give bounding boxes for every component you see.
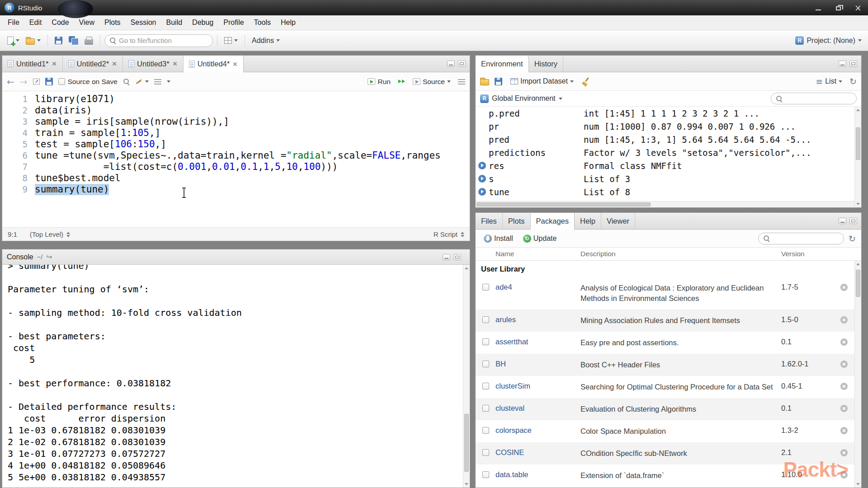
import-dataset-button[interactable]: Import Dataset (508, 75, 576, 87)
save-icon[interactable] (45, 78, 53, 85)
column-version[interactable]: Version (781, 250, 833, 258)
packages-scrollbar[interactable] (854, 261, 861, 488)
package-name-link[interactable]: COSINE (495, 448, 580, 457)
save-all-button[interactable] (66, 34, 81, 47)
print-button[interactable] (82, 35, 96, 47)
menu-item[interactable]: Plots (99, 15, 126, 30)
package-checkbox[interactable] (482, 405, 489, 412)
maximize-button[interactable] (828, 0, 848, 15)
package-name-link[interactable]: arules (495, 315, 580, 324)
tab-close-icon[interactable] (232, 61, 238, 67)
pane-tab[interactable]: Help (575, 213, 601, 229)
pane-layout-button[interactable] (222, 35, 241, 46)
console-output[interactable]: > summary(tune) Parameter tuning of ‘svm… (2, 265, 470, 488)
source-tab[interactable]: Untitled1* (2, 56, 63, 72)
menu-item[interactable]: Session (126, 15, 161, 30)
package-name-link[interactable]: colorspace (495, 426, 580, 435)
scrollbar-thumb[interactable] (476, 202, 651, 206)
refresh-icon[interactable]: ↻ (849, 76, 857, 86)
filetype-selector[interactable]: R Script (434, 230, 464, 238)
chevron-down-icon[interactable] (559, 98, 562, 100)
compile-report-icon[interactable] (154, 79, 161, 85)
environment-variable-row[interactable]: pr num [1:1000] 0.87 0.994 0.007 1 0.926… (476, 120, 854, 133)
install-button[interactable]: Install (481, 233, 516, 244)
addins-button[interactable]: Addins (249, 35, 283, 47)
menu-item[interactable]: Build (161, 15, 188, 30)
pane-tab[interactable]: Environment (476, 56, 529, 72)
minimize-pane-icon[interactable] (443, 254, 450, 260)
load-workspace-icon[interactable] (480, 79, 489, 85)
scrollbar-thumb[interactable] (856, 270, 860, 297)
package-checkbox[interactable] (482, 361, 489, 367)
remove-package-icon[interactable] (840, 405, 848, 412)
expand-icon[interactable] (478, 188, 486, 196)
menu-item[interactable]: Debug (187, 15, 218, 30)
pane-tab[interactable]: Viewer (601, 213, 635, 229)
close-button[interactable]: × (848, 0, 868, 15)
package-checkbox[interactable] (482, 338, 489, 345)
package-name-link[interactable]: data.table (495, 470, 580, 479)
tab-close-icon[interactable] (172, 61, 178, 66)
open-new-window-icon[interactable] (33, 79, 40, 84)
remove-package-icon[interactable] (840, 316, 848, 324)
remove-package-icon[interactable] (840, 338, 848, 346)
column-description[interactable]: Description (580, 250, 781, 258)
menu-item[interactable]: Edit (24, 15, 47, 30)
package-checkbox[interactable] (482, 471, 489, 478)
package-checkbox[interactable] (482, 316, 489, 323)
environment-search-input[interactable] (785, 95, 852, 103)
environment-scrollbar[interactable] (854, 107, 861, 207)
back-icon[interactable]: ← (7, 76, 14, 87)
code-editor[interactable]: 1 library(e1071) 2 data(iris) 3 sample =… (2, 91, 470, 227)
package-checkbox[interactable] (482, 383, 489, 389)
code-tools-button[interactable] (135, 78, 149, 85)
save-button[interactable] (52, 35, 65, 46)
package-checkbox[interactable] (482, 284, 489, 291)
scrollbar-thumb[interactable] (464, 414, 469, 472)
package-name-link[interactable]: clusterSim (495, 382, 580, 390)
scope-dropdown-label[interactable]: Global Environment (492, 94, 556, 103)
environment-variable-row[interactable]: p.pred int [1:45] 1 1 1 1 2 3 2 3 2 1 ..… (476, 107, 854, 120)
source-tab[interactable]: Untitled3* (123, 56, 184, 72)
pane-tab[interactable]: Packages (531, 213, 575, 230)
environment-variable-row[interactable]: res Formal class NMFfit (476, 159, 854, 172)
project-selector[interactable]: R Project: (None) (795, 36, 863, 45)
environment-variable-row[interactable]: s List of 3 (476, 172, 854, 185)
forward-icon[interactable]: → (20, 76, 28, 87)
environment-variable-row[interactable]: pred num [1:45, 1:3, 1] 5.64 5.64 5.64 5… (476, 133, 854, 146)
minimize-pane-icon[interactable] (447, 61, 455, 67)
console-scrollbar[interactable] (463, 265, 470, 488)
maximize-pane-icon[interactable] (849, 218, 857, 224)
source-on-save-checkbox[interactable] (58, 78, 65, 85)
environment-variable-row[interactable]: tune List of 8 (476, 185, 854, 198)
environment-variable-row[interactable]: predictions Factor w/ 3 levels "setosa",… (476, 146, 854, 159)
minimize-button[interactable] (808, 0, 828, 15)
expand-icon[interactable] (478, 162, 486, 169)
remove-package-icon[interactable] (840, 449, 848, 456)
environment-hscrollbar[interactable] (476, 201, 854, 207)
remove-package-icon[interactable] (840, 361, 848, 368)
package-checkbox[interactable] (482, 427, 489, 434)
maximize-pane-icon[interactable] (458, 61, 466, 67)
pane-tab[interactable]: Plots (503, 213, 531, 229)
menu-item[interactable]: Help (276, 15, 301, 30)
goto-file-input[interactable] (119, 37, 208, 44)
refresh-icon[interactable]: ↻ (849, 234, 856, 244)
source-tab[interactable]: Untitled2* (63, 56, 123, 72)
goto-directory-icon[interactable]: ↪ (46, 253, 52, 261)
pane-tab[interactable]: History (529, 56, 563, 72)
open-file-button[interactable] (23, 35, 43, 47)
packages-search-input[interactable] (773, 235, 839, 242)
package-name-link[interactable]: ade4 (495, 283, 580, 291)
maximize-pane-icon[interactable] (849, 61, 857, 67)
tab-close-icon[interactable] (112, 61, 117, 66)
document-outline-icon[interactable] (458, 79, 465, 85)
list-view-button[interactable]: ≡ List (813, 75, 845, 88)
menu-item[interactable]: Tools (249, 15, 276, 30)
package-checkbox[interactable] (482, 449, 489, 456)
run-button[interactable]: Run (365, 76, 393, 88)
source-tab[interactable]: Untitled4* (184, 56, 244, 72)
maximize-pane-icon[interactable] (453, 254, 461, 260)
more-chevron-icon[interactable] (167, 80, 170, 83)
scope-selector[interactable]: (Top Level) (30, 230, 70, 238)
